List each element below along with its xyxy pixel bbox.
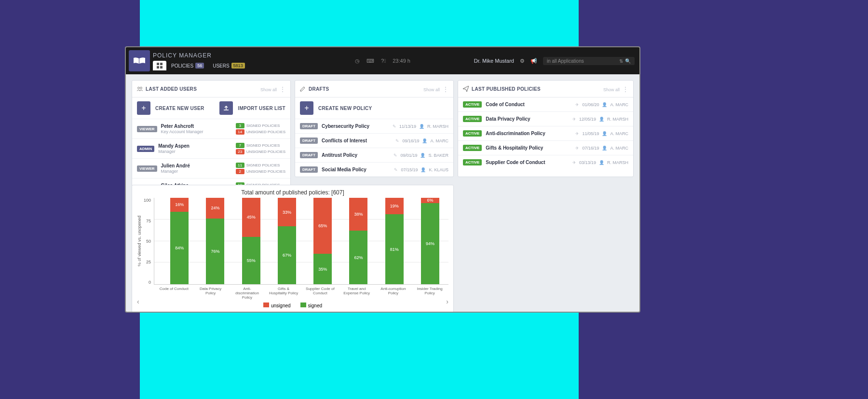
draft-row[interactable]: DRAFT Social Media Policy ✎07/15/19👤K. K… xyxy=(295,163,453,177)
user-tag: ADMIN xyxy=(137,146,154,152)
drafts-menu-icon[interactable]: ⋮ xyxy=(443,86,448,93)
draft-name: Social Media Policy xyxy=(322,167,394,172)
draft-row[interactable]: DRAFT Antitrust Policy ✎09/01/19👤S. BAKE… xyxy=(295,148,453,163)
chart-yaxis: 1007550250 xyxy=(144,198,154,285)
create-user-label[interactable]: CREATE NEW USER xyxy=(155,106,215,111)
book-icon xyxy=(133,57,146,65)
bar-unsigned: 65% xyxy=(313,198,332,254)
published-date: 01/06/20 xyxy=(582,102,599,107)
published-name: Supplier Code of Conduct xyxy=(486,160,572,165)
published-name: Code of Conduct xyxy=(486,102,575,107)
create-policy-row[interactable]: + CREATE NEW POLICY xyxy=(295,97,453,119)
ytick: 75 xyxy=(146,219,151,223)
chart-next-icon[interactable]: › xyxy=(446,298,448,305)
bar-unsigned: 6% xyxy=(421,198,439,203)
users-icon xyxy=(137,86,143,92)
tab-dashboard[interactable] xyxy=(153,61,166,70)
announce-icon[interactable]: 📢 xyxy=(530,58,537,64)
keyboard-icon[interactable]: ⌨ xyxy=(366,58,374,64)
create-user-plus-icon[interactable]: + xyxy=(137,101,150,115)
published-menu-icon[interactable]: ⋮ xyxy=(623,86,628,93)
published-title: LAST PUBLISHED POLICIES xyxy=(472,86,541,92)
person-icon: 👤 xyxy=(599,160,604,165)
chart-panel: Total amount of published policies: [607… xyxy=(132,185,454,312)
edit-icon xyxy=(300,86,306,92)
unsigned-label: UNSIGNED POLICIES xyxy=(246,169,285,174)
person-icon: 👤 xyxy=(420,153,425,158)
ytick: 100 xyxy=(144,198,151,203)
bar-signed: 84% xyxy=(170,212,189,284)
users-menu-icon[interactable]: ⋮ xyxy=(280,86,285,93)
chart-title: Total amount of published policies: [607… xyxy=(137,189,448,196)
published-panel: LAST PUBLISHED POLICIES Show all⋮ ACTIVE… xyxy=(458,80,634,177)
svg-point-5 xyxy=(140,87,142,89)
tab-users[interactable]: USERS 5813 xyxy=(209,61,248,70)
active-tag: ACTIVE xyxy=(463,130,482,137)
draft-author: S. BAKER xyxy=(428,153,448,158)
unsigned-label: UNSIGNED POLICIES xyxy=(246,130,285,134)
bar-column: 19% 81% xyxy=(380,198,409,284)
draft-name: Conflicts of Interest xyxy=(322,138,395,143)
person-icon: 👤 xyxy=(420,167,426,172)
user-row[interactable]: VIEWER Peter AshcroftKey Account Manager… xyxy=(132,119,290,139)
bar-signed: 55% xyxy=(242,237,260,284)
draft-name: Cybersecurity Policy xyxy=(322,124,393,129)
xlabel: Insider Trading Policy xyxy=(415,287,445,300)
legend-swatch-unsigned xyxy=(263,303,269,307)
active-tag: ACTIVE xyxy=(463,116,482,122)
bar-column: 6% 94% xyxy=(416,198,445,284)
published-row[interactable]: ACTIVE Data Privacy Policy ✈12/05/19👤R. … xyxy=(458,112,633,126)
drafts-showall[interactable]: Show all xyxy=(423,87,440,92)
bar-unsigned: 38% xyxy=(349,198,367,231)
published-row[interactable]: ACTIVE Anti-discrimination Policy ✈11/05… xyxy=(458,126,633,141)
user-role: Manager xyxy=(158,149,176,154)
gear-icon[interactable]: ⚙ xyxy=(520,58,525,64)
bar-column: 65% 35% xyxy=(308,198,337,284)
import-icon[interactable] xyxy=(219,101,233,115)
unsigned-count: 23 xyxy=(236,149,244,154)
search-box[interactable]: in all Applications ⇅ 🔍 xyxy=(543,57,635,65)
search-placeholder: in all Applications xyxy=(547,58,617,64)
bar-unsigned: 24% xyxy=(206,198,224,219)
plus-icon: + xyxy=(300,101,313,115)
users-showall[interactable]: Show all xyxy=(260,87,277,92)
user-row[interactable]: ADMIN Mandy AspenManager 7SIGNED POLICIE… xyxy=(132,139,290,159)
draft-row[interactable]: DRAFT Conflicts of Interest ✎09/16/19👤A.… xyxy=(295,134,453,148)
svg-rect-1 xyxy=(160,63,163,65)
signed-count: 3 xyxy=(236,123,244,128)
chart-prev-icon[interactable]: ‹ xyxy=(137,298,139,305)
published-row[interactable]: ACTIVE Code of Conduct ✈01/06/20👤A. MARC xyxy=(458,97,633,112)
published-author: R. MARSH xyxy=(607,117,628,122)
published-row[interactable]: ACTIVE Gifts & Hospitality Policy ✈07/16… xyxy=(458,141,633,155)
legend-unsigned: unsigned xyxy=(271,303,291,308)
clock-text: 23:49 h xyxy=(393,58,410,64)
user-name-block: Julien AndréManager xyxy=(161,163,236,174)
published-showall[interactable]: Show all xyxy=(603,87,620,92)
published-date: 12/05/19 xyxy=(579,117,596,122)
legend-signed: signed xyxy=(308,303,322,308)
bar-signed: 67% xyxy=(278,226,296,284)
published-author: R. MARSH xyxy=(607,160,628,165)
header-center-icons: ◷ ⌨ ?⃝ 23:49 h xyxy=(355,58,410,64)
unsigned-count: 14 xyxy=(236,129,244,135)
tab-policies[interactable]: POLICIES 56 xyxy=(167,61,208,70)
bar-column: 24% 76% xyxy=(201,198,230,284)
draft-date: 11/13/19 xyxy=(399,124,416,129)
draft-tag: DRAFT xyxy=(300,152,318,158)
bar-signed: 35% xyxy=(313,254,332,284)
draft-row[interactable]: DRAFT Cybersecurity Policy ✎11/13/19👤R. … xyxy=(295,119,453,134)
bar-signed: 94% xyxy=(421,203,439,284)
user-role: Manager xyxy=(161,169,178,174)
user-name[interactable]: Dr. Mike Mustard xyxy=(474,58,514,64)
ytick: 25 xyxy=(146,260,151,264)
import-user-label[interactable]: IMPORT USER LIST xyxy=(238,106,285,111)
help-icon[interactable]: ?⃝ xyxy=(381,58,386,64)
send-icon: ✈ xyxy=(575,146,579,151)
published-row[interactable]: ACTIVE Supplier Code of Conduct ✈03/13/1… xyxy=(458,155,633,169)
send-icon: ✈ xyxy=(572,117,576,122)
clock-icon[interactable]: ◷ xyxy=(355,58,360,64)
bar-signed: 76% xyxy=(206,219,224,284)
policies-count-badge: 56 xyxy=(195,63,204,69)
draft-tag: DRAFT xyxy=(300,166,318,173)
user-row[interactable]: VIEWER Julien AndréManager 11SIGNED POLI… xyxy=(132,159,290,179)
